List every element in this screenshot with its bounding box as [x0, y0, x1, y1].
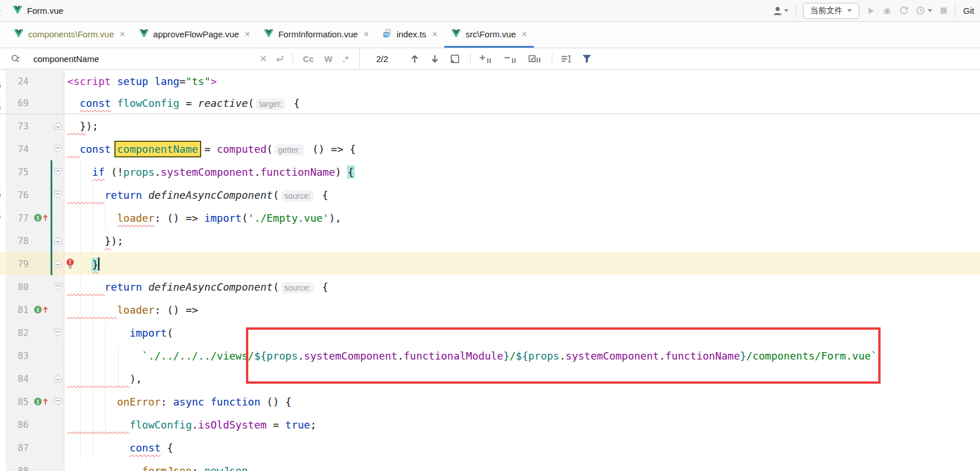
code-line[interactable]: 74 const componentName = computed(getter…: [0, 137, 980, 160]
fold-end-icon[interactable]: [54, 237, 62, 245]
editor-tabs-bar: components\Form.vue×approveFlowPage.vue×…: [0, 22, 980, 48]
title-file-name: Form.vue: [27, 6, 63, 16]
svg-text:I: I: [37, 399, 39, 405]
editor-gutter: 81I: [6, 298, 64, 321]
newline-icon[interactable]: [275, 54, 285, 63]
code-line[interactable]: 80 return defineAsyncComponent(source: {: [0, 275, 980, 298]
user-account-icon[interactable]: [773, 6, 789, 16]
vcs-change-marker[interactable]: [51, 160, 52, 183]
code-line[interactable]: 79 }!: [0, 252, 980, 275]
fold-start-icon[interactable]: [54, 168, 62, 176]
code-line[interactable]: 75 if (!props.systemComponent.functionNa…: [0, 160, 980, 183]
code-line[interactable]: 83 `./../../../views/${props.systemCompo…: [0, 344, 980, 367]
line-number: 24: [10, 76, 29, 87]
implementation-gutter-icon[interactable]: I: [33, 397, 49, 407]
divider: [795, 5, 796, 17]
tab-close-icon[interactable]: ×: [245, 30, 250, 39]
line-number: 76: [10, 190, 29, 200]
remove-occurrence-button[interactable]: [504, 54, 517, 64]
vue-file-icon: [451, 29, 461, 40]
open-in-find-window-button[interactable]: [450, 54, 460, 64]
stop-button[interactable]: [939, 6, 948, 15]
code-line[interactable]: 85I onError: async function () {: [0, 390, 980, 413]
select-all-occurrences-button[interactable]: [528, 54, 541, 64]
svg-text:TS: TS: [384, 33, 389, 37]
editor-tab[interactable]: components\Form.vue×: [7, 22, 132, 48]
previous-occurrence-button[interactable]: [410, 54, 420, 64]
code-line[interactable]: 77I loader: () => import('./Empty.vue'),: [0, 206, 980, 229]
clear-search-icon[interactable]: [259, 54, 268, 63]
add-occurrence-button[interactable]: [479, 54, 492, 64]
line-number: 85: [10, 396, 29, 407]
code-line-text: const componentName = computed(getter: (…: [64, 143, 356, 155]
tab-close-icon[interactable]: ×: [521, 30, 526, 39]
code-line-text: onError: async function () {: [64, 396, 291, 408]
tab-close-icon[interactable]: ×: [432, 30, 437, 39]
code-line[interactable]: 24<script setup lang="ts">: [0, 70, 980, 92]
code-line-text: ),: [64, 373, 142, 385]
code-line-text: loader: () =>: [64, 304, 198, 316]
editor-tab[interactable]: FormInformation.vue×: [257, 22, 376, 48]
implementation-gutter-icon[interactable]: I: [33, 213, 49, 223]
vue-icon: [13, 6, 22, 16]
tab-close-icon[interactable]: ×: [364, 30, 369, 39]
search-input[interactable]: [32, 53, 255, 64]
editor-gutter: 84: [6, 367, 64, 390]
fold-end-icon[interactable]: [54, 375, 62, 383]
code-line-text: });: [64, 120, 98, 132]
search-options-icon[interactable]: [560, 54, 571, 64]
code-line[interactable]: 81I loader: () =>: [0, 298, 980, 321]
svg-text:I: I: [37, 215, 39, 221]
editor-gutter: 88: [6, 459, 64, 471]
debug-button[interactable]: [882, 6, 892, 16]
run-button[interactable]: [866, 6, 875, 16]
match-case-toggle[interactable]: Cc: [303, 54, 314, 64]
code-line[interactable]: 88 formJson: newJson,: [0, 459, 980, 471]
fold-end-icon[interactable]: [54, 122, 62, 130]
regex-toggle[interactable]: .*: [343, 54, 348, 64]
code-line[interactable]: 84 ),: [0, 367, 980, 390]
code-line[interactable]: 76 return defineAsyncComponent(source: {: [0, 183, 980, 206]
editor-tab[interactable]: TSindex.ts×: [376, 22, 444, 48]
search-icon[interactable]: [10, 54, 23, 64]
error-intention-bulb-icon[interactable]: !: [66, 258, 75, 269]
editor-tab[interactable]: approveFlowPage.vue×: [132, 22, 258, 48]
fold-end-icon[interactable]: [54, 260, 62, 268]
line-number: 83: [10, 350, 29, 361]
line-number: 80: [10, 281, 29, 292]
tab-label: index.ts: [397, 29, 426, 39]
divider: [293, 53, 293, 64]
code-line[interactable]: 69 const flowConfig = reactive(target: {: [0, 92, 980, 114]
code-line[interactable]: 78 });: [0, 229, 980, 252]
editor-gutter: 87: [6, 436, 64, 459]
fold-start-icon[interactable]: [54, 283, 62, 291]
fold-start-icon[interactable]: [54, 329, 62, 337]
code-line[interactable]: 82 import(: [0, 321, 980, 344]
vue-file-icon: [14, 29, 24, 40]
implementation-gutter-icon[interactable]: I: [33, 305, 49, 315]
profiler-button[interactable]: [916, 6, 932, 16]
search-match-highlight: componentName: [116, 142, 200, 156]
tab-close-icon[interactable]: ×: [120, 30, 125, 39]
fold-start-icon[interactable]: [54, 397, 62, 406]
run-configuration-select[interactable]: 当前文件: [803, 3, 859, 19]
words-toggle[interactable]: W: [324, 54, 332, 64]
vue-file-icon: [264, 29, 274, 40]
fold-start-icon[interactable]: [54, 145, 62, 153]
filter-icon[interactable]: [582, 54, 592, 64]
next-occurrence-button[interactable]: [430, 54, 440, 64]
vcs-change-marker[interactable]: [51, 252, 52, 275]
code-line[interactable]: 73 });: [0, 114, 980, 137]
editor-tab[interactable]: src\Form.vue×: [444, 22, 534, 48]
vcs-change-marker[interactable]: [51, 229, 52, 252]
code-line[interactable]: 86 flowConfig.isOldSystem = true;: [0, 413, 980, 436]
run-configuration-label: 当前文件: [810, 6, 843, 16]
code-line[interactable]: 87 const {: [0, 436, 980, 459]
clipped-edge-text: 6: [0, 80, 1, 91]
fold-start-icon[interactable]: [54, 191, 62, 199]
line-number: 88: [10, 465, 29, 471]
coverage-button[interactable]: [899, 6, 909, 16]
git-menu[interactable]: Git: [962, 6, 974, 16]
vcs-change-marker[interactable]: [51, 206, 52, 229]
vcs-change-marker[interactable]: [51, 183, 52, 206]
